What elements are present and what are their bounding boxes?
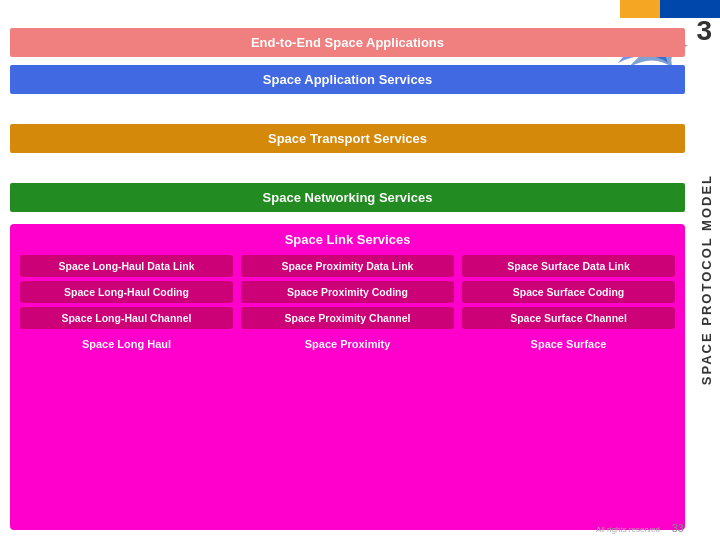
transport-services-bar: Space Transport Services [10, 124, 685, 153]
surface-label: Space Surface [462, 335, 675, 353]
proximity-channel-btn[interactable]: Space Proximity Channel [241, 307, 454, 329]
long-haul-channel-btn[interactable]: Space Long-Haul Channel [20, 307, 233, 329]
end-to-end-bar: End-to-End Space Applications [10, 28, 685, 57]
surface-channel-btn[interactable]: Space Surface Channel [462, 307, 675, 329]
data-link-row: Space Long-Haul Data Link Space Proximit… [20, 255, 675, 277]
bottom-labels-row: Space Long Haul Space Proximity Space Su… [20, 335, 675, 353]
channel-row: Space Long-Haul Channel Space Proximity … [20, 307, 675, 329]
proximity-label: Space Proximity [241, 335, 454, 353]
space-link-title: Space Link Services [20, 232, 675, 247]
copyright: All rights reserved [596, 525, 660, 534]
surface-coding-btn[interactable]: Space Surface Coding [462, 281, 675, 303]
space-link-container: Space Link Services Space Long-Haul Data… [10, 224, 685, 530]
long-haul-coding-btn[interactable]: Space Long-Haul Coding [20, 281, 233, 303]
long-haul-data-link-btn[interactable]: Space Long-Haul Data Link [20, 255, 233, 277]
page-num-bottom: 33 [672, 522, 684, 534]
app-services-bar: Space Application Services [10, 65, 685, 94]
networking-services-bar: Space Networking Services [10, 183, 685, 212]
long-haul-label: Space Long Haul [20, 335, 233, 353]
top-bar-orange [620, 0, 660, 18]
proximity-coding-btn[interactable]: Space Proximity Coding [241, 281, 454, 303]
main-content: End-to-End Space Applications Space Appl… [10, 18, 685, 530]
vertical-label: SPACE PROTOCOL MODEL [692, 80, 720, 480]
proximity-data-link-btn[interactable]: Space Proximity Data Link [241, 255, 454, 277]
coding-row: Space Long-Haul Coding Space Proximity C… [20, 281, 675, 303]
surface-data-link-btn[interactable]: Space Surface Data Link [462, 255, 675, 277]
page-number: 3 [696, 15, 712, 47]
